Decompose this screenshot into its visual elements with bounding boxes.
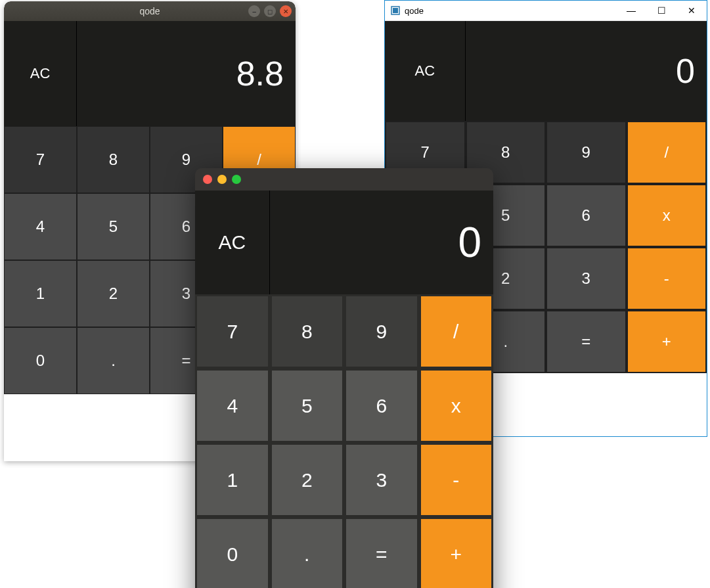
key-4[interactable]: 4	[195, 369, 270, 443]
display-value: 0	[676, 51, 695, 91]
linux-window-title: qode	[139, 6, 160, 16]
key-subtract[interactable]: -	[627, 247, 707, 310]
display-row: AC 0	[385, 21, 707, 121]
windows-titlebar[interactable]: qode — ☐ ✕	[385, 1, 707, 21]
key-divide[interactable]: /	[419, 294, 494, 369]
key-add[interactable]: +	[627, 310, 707, 373]
key-2[interactable]: 2	[77, 260, 150, 327]
key-equals[interactable]: =	[344, 517, 419, 588]
key-5[interactable]: 5	[77, 193, 150, 260]
minimize-button[interactable]: ‒	[248, 5, 260, 17]
minimize-button[interactable]: —	[616, 1, 646, 21]
key-6[interactable]: 6	[546, 184, 627, 247]
close-button[interactable]: ✕	[677, 1, 707, 21]
maximize-button[interactable]: ◻	[264, 5, 276, 17]
linux-window-controls: ‒ ◻ ✕	[248, 5, 292, 17]
linux-titlebar[interactable]: qode ‒ ◻ ✕	[4, 1, 296, 21]
key-0[interactable]: 0	[4, 327, 77, 394]
ac-button[interactable]: AC	[385, 21, 466, 121]
key-4[interactable]: 4	[4, 193, 77, 260]
mac-calculator-window: AC 0 7 8 9 / 4 5 6 x 1 2 3 - 0 . = +	[195, 168, 493, 588]
key-9[interactable]: 9	[546, 121, 627, 184]
ac-button[interactable]: AC	[195, 191, 270, 294]
app-icon	[390, 5, 401, 16]
maximize-button[interactable]	[232, 175, 241, 184]
close-button[interactable]: ✕	[280, 5, 292, 17]
ac-label: AC	[30, 65, 51, 82]
key-multiply[interactable]: x	[419, 369, 494, 443]
key-subtract[interactable]: -	[419, 443, 494, 517]
key-decimal[interactable]: .	[77, 327, 150, 394]
key-equals[interactable]: =	[546, 310, 627, 373]
key-decimal[interactable]: .	[270, 517, 345, 588]
maximize-button[interactable]: ☐	[646, 1, 677, 21]
display-value: 0	[458, 218, 481, 267]
minimize-button[interactable]	[217, 175, 227, 184]
display-value: 8.8	[236, 54, 284, 93]
svg-rect-1	[393, 8, 398, 13]
key-divide[interactable]: /	[627, 121, 707, 184]
key-multiply[interactable]: x	[627, 184, 707, 247]
ac-label: AC	[414, 62, 435, 79]
display-row: AC 0	[195, 191, 493, 294]
key-5[interactable]: 5	[270, 369, 345, 443]
key-3[interactable]: 3	[344, 443, 419, 517]
calculator-body: AC 0 7 8 9 / 4 5 6 x 1 2 3 - 0 . = +	[195, 191, 493, 588]
display: 0	[466, 21, 707, 121]
ac-button[interactable]: AC	[4, 21, 77, 126]
key-9[interactable]: 9	[344, 294, 419, 369]
key-2[interactable]: 2	[270, 443, 345, 517]
mac-titlebar[interactable]	[195, 168, 493, 191]
key-8[interactable]: 8	[77, 126, 150, 193]
ac-label: AC	[218, 231, 246, 254]
key-0[interactable]: 0	[195, 517, 270, 588]
key-1[interactable]: 1	[195, 443, 270, 517]
display: 0	[270, 191, 494, 294]
display: 8.8	[77, 21, 296, 126]
key-1[interactable]: 1	[4, 260, 77, 327]
windows-window-controls: — ☐ ✕	[616, 1, 707, 21]
windows-window-title: qode	[405, 6, 424, 16]
key-add[interactable]: +	[419, 517, 494, 588]
key-7[interactable]: 7	[195, 294, 270, 369]
key-6[interactable]: 6	[344, 369, 419, 443]
key-3[interactable]: 3	[546, 247, 627, 310]
display-row: AC 8.8	[4, 21, 296, 126]
key-7[interactable]: 7	[4, 126, 77, 193]
close-button[interactable]	[203, 175, 212, 184]
key-8[interactable]: 8	[270, 294, 345, 369]
